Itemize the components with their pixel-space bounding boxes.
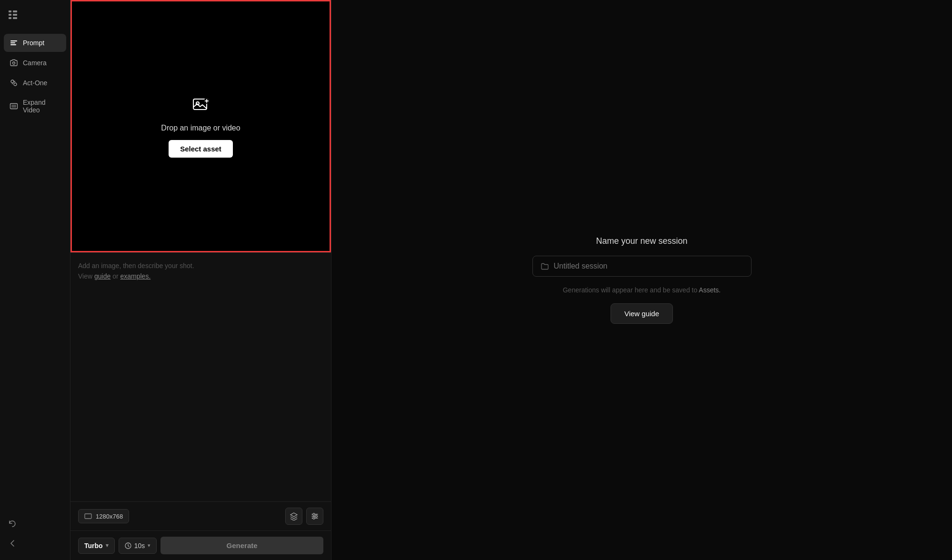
grid-icon[interactable] (8, 10, 18, 22)
sidebar-item-prompt-label: Prompt (23, 39, 44, 47)
sidebar-item-prompt[interactable]: Prompt (4, 34, 66, 52)
session-input-wrapper[interactable] (532, 256, 752, 277)
upload-image-icon (191, 95, 210, 116)
svg-point-10 (11, 80, 14, 83)
session-name-input[interactable] (554, 262, 743, 270)
svg-rect-8 (10, 44, 16, 45)
svg-point-19 (315, 515, 317, 517)
session-hint: Generations will appear here and be save… (563, 286, 721, 294)
model-label: Turbo (84, 542, 103, 550)
svg-point-18 (313, 513, 315, 515)
resolution-label: 1280x768 (96, 513, 123, 520)
sidebar-item-expand-video-label: Expand Video (23, 99, 60, 114)
resolution-icon (84, 512, 92, 520)
clock-icon (125, 542, 131, 549)
resolution-button[interactable]: 1280x768 (78, 509, 129, 523)
svg-rect-3 (13, 10, 17, 12)
sliders-icon (311, 512, 319, 520)
sidebar: Prompt Camera Act-One Expand (0, 0, 70, 560)
sidebar-item-camera[interactable]: Camera (4, 54, 66, 72)
upload-text: Drop an image or video (161, 124, 240, 132)
duration-chevron-icon: ▾ (148, 542, 150, 549)
layers-button[interactable] (285, 508, 302, 525)
model-select-button[interactable]: Turbo ▾ (78, 538, 115, 554)
svg-rect-17 (85, 514, 91, 519)
assets-link: Assets. (699, 286, 721, 294)
toolbar-right (285, 508, 323, 525)
duration-select-button[interactable]: 10s ▾ (119, 538, 157, 554)
prompt-hint: Add an image, then describe your shot. V… (78, 260, 323, 282)
collapse-icon[interactable] (8, 539, 62, 550)
text-icon (10, 39, 18, 47)
main-right-panel: Name your new session Generations will a… (331, 0, 952, 560)
camera-icon (10, 59, 18, 67)
sidebar-item-expand-video[interactable]: Expand Video (4, 94, 66, 119)
svg-rect-0 (9, 10, 11, 12)
session-panel: Name your new session Generations will a… (532, 236, 752, 324)
svg-rect-7 (10, 42, 15, 43)
duration-label: 10s (134, 542, 145, 550)
select-asset-button[interactable]: Select asset (169, 140, 233, 158)
guide-link[interactable]: guide (94, 272, 110, 280)
bottom-toolbar: 1280x768 (70, 501, 331, 530)
view-guide-button[interactable]: View guide (611, 303, 673, 324)
svg-point-11 (14, 83, 17, 86)
generate-toolbar: Turbo ▾ 10s ▾ Generate (70, 530, 331, 560)
sidebar-nav: Prompt Camera Act-One Expand (0, 34, 70, 519)
folder-icon (541, 262, 549, 270)
sidebar-item-camera-label: Camera (23, 59, 47, 67)
sidebar-top (0, 10, 70, 34)
svg-rect-2 (9, 17, 11, 19)
upload-area[interactable]: Drop an image or video Select asset (70, 0, 331, 252)
svg-point-20 (313, 517, 315, 519)
svg-rect-4 (13, 14, 17, 16)
settings-button[interactable] (306, 508, 323, 525)
expand-video-icon (10, 102, 18, 110)
svg-rect-6 (10, 40, 17, 41)
prompt-area: Add an image, then describe your shot. V… (70, 252, 331, 501)
generate-button[interactable]: Generate (160, 537, 323, 554)
main-left-panel: Drop an image or video Select asset Add … (70, 0, 331, 560)
svg-point-9 (13, 62, 15, 64)
svg-rect-1 (9, 14, 11, 16)
sidebar-item-act-one-label: Act-One (23, 79, 47, 87)
model-chevron-icon: ▾ (106, 542, 109, 549)
layers-icon (290, 512, 298, 520)
sidebar-bottom (0, 519, 70, 550)
svg-rect-5 (13, 17, 17, 19)
sidebar-item-act-one[interactable]: Act-One (4, 74, 66, 92)
undo-icon[interactable] (8, 519, 62, 531)
session-panel-title: Name your new session (596, 236, 687, 246)
act-one-icon (10, 79, 18, 87)
svg-rect-13 (11, 105, 16, 108)
examples-link[interactable]: examples. (120, 272, 150, 280)
